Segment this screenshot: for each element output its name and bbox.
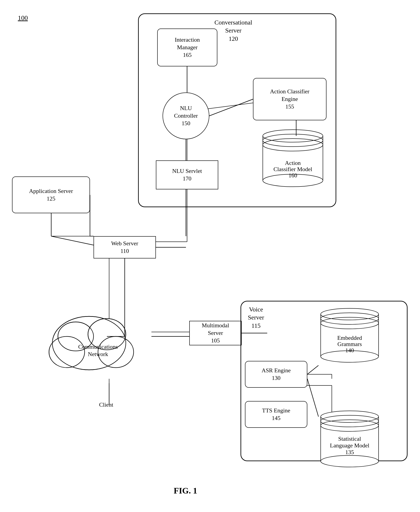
svg-point-47 xyxy=(321,411,379,422)
svg-text:135: 135 xyxy=(345,449,354,455)
nlu-servlet-label: NLU Servlet170 xyxy=(172,167,202,183)
asr-engine-box: ASR Engine130 xyxy=(245,361,307,388)
svg-text:160: 160 xyxy=(289,172,297,179)
client-label: Client xyxy=(99,401,113,409)
action-classifier-engine-box: Action ClassifierEngine155 xyxy=(253,78,326,120)
svg-text:Grammars: Grammars xyxy=(338,341,362,347)
nlu-controller-label: NLUController150 xyxy=(174,105,198,127)
statistical-language-model-cylinder: Statistical Language Model 135 xyxy=(318,408,381,474)
svg-text:Communications: Communications xyxy=(78,344,118,350)
asr-engine-label: ASR Engine130 xyxy=(262,367,291,382)
multimodal-server-box: MultimodalServer105 xyxy=(189,321,242,345)
interaction-manager-label: InteractionManager165 xyxy=(175,36,200,59)
svg-text:Statistical: Statistical xyxy=(338,436,361,442)
svg-text:Network: Network xyxy=(88,351,108,357)
conversational-server-label: ConversationalServer120 xyxy=(214,18,252,43)
svg-text:Language Model: Language Model xyxy=(330,442,369,449)
tts-engine-box: TTS Engine145 xyxy=(245,401,307,428)
communications-network-cloud: Communications Network xyxy=(45,298,151,379)
svg-point-50 xyxy=(321,455,379,467)
action-classifier-model-cylinder: Action Classifier Model 160 xyxy=(261,127,325,189)
nlu-controller-box: NLUController150 xyxy=(163,92,209,139)
svg-text:Classifier Model: Classifier Model xyxy=(273,166,312,172)
web-server-box: Web Server110 xyxy=(94,236,156,259)
web-server-label: Web Server110 xyxy=(111,240,138,255)
svg-point-39 xyxy=(321,308,379,320)
diagram: 100 ConversationalServer120 InteractionM… xyxy=(0,0,420,512)
svg-text:140: 140 xyxy=(345,347,354,354)
svg-line-70 xyxy=(51,236,94,245)
multimodal-server-label: MultimodalServer105 xyxy=(202,322,229,344)
interaction-manager-box: InteractionManager165 xyxy=(157,29,217,66)
svg-text:Action: Action xyxy=(285,160,301,166)
application-server-box: Application Server125 xyxy=(12,176,90,213)
embedded-grammars-cylinder: Embedded Grammars 140 xyxy=(318,305,381,368)
tts-engine-label: TTS Engine145 xyxy=(262,407,290,422)
application-server-label: Application Server125 xyxy=(29,187,73,203)
ref-100: 100 xyxy=(18,13,28,22)
nlu-servlet-box: NLU Servlet170 xyxy=(156,160,218,189)
svg-text:Embedded: Embedded xyxy=(337,335,362,341)
action-classifier-engine-label: Action ClassifierEngine155 xyxy=(270,88,309,110)
fig-label: FIG. 1 xyxy=(174,486,197,496)
voice-server-label: VoiceServer115 xyxy=(248,306,264,330)
